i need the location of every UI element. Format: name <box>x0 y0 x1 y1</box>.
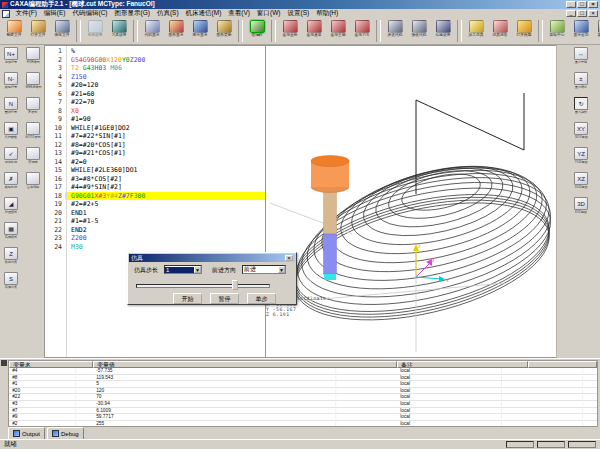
toolbar-receive-code[interactable]: 接收代码 <box>407 18 431 44</box>
edit-code-check[interactable]: ▣代码校验 <box>1 122 21 146</box>
code-line[interactable]: 23Z200 <box>45 234 265 243</box>
code-line[interactable]: 17#4=#9*SIN[#2] <box>45 183 265 192</box>
macro-while-loop[interactable]: WHILE循环 <box>23 72 43 96</box>
menu-item[interactable]: 代码编辑(C) <box>69 9 111 18</box>
chevron-down-icon[interactable]: ▼ <box>278 266 285 273</box>
code-line[interactable]: 8X0 <box>45 107 265 116</box>
close-button[interactable]: × <box>588 1 598 8</box>
edit-renumber-lines[interactable]: N重排行号 <box>1 97 21 121</box>
code-line[interactable]: 5#20=120 <box>45 81 265 90</box>
code-line[interactable]: 4Z150 <box>45 73 265 82</box>
toolbar-hint-view[interactable]: 提示显示 <box>188 18 212 44</box>
toolbar-open-model[interactable]: 打开模型 <box>512 18 536 44</box>
menu-item[interactable]: 文件(F) <box>12 9 40 18</box>
code-line[interactable]: 13#9=#21*COS[#1] <box>45 149 265 158</box>
toolbar-graphic-view[interactable]: 图形显示 <box>164 18 188 44</box>
variable-table[interactable]: 变量名变量值备注#4-57.735local#8119.543local#15l… <box>8 360 598 427</box>
macro-for-loop[interactable]: FOR循环 <box>23 47 43 71</box>
direction-combobox[interactable]: 前进 ▼ <box>242 265 286 274</box>
code-line[interactable]: 22END2 <box>45 226 265 235</box>
toolbar-window-zoom[interactable]: 窗口缩放 <box>593 18 600 44</box>
view-view-zoom[interactable]: ±显示缩放 <box>571 72 591 96</box>
code-line[interactable]: 2G54G90G00X120Y0Z200 <box>45 56 265 65</box>
toolbar-query-spindle[interactable]: 查询主轴 <box>326 18 350 44</box>
menu-item[interactable]: 帮助(H) <box>313 9 342 18</box>
toolbar-machining-simulation[interactable]: 加工仿真 <box>464 18 488 44</box>
code-line[interactable]: 12#8=#20*COS[#1] <box>45 141 265 150</box>
code-line[interactable]: 6#21=60 <box>45 90 265 99</box>
simulation-slider[interactable] <box>136 284 270 288</box>
tab-debug[interactable]: Debug <box>47 427 84 439</box>
mdi-restore-button[interactable]: □ <box>577 10 587 17</box>
dialog-title-bar[interactable]: 仿真 × <box>129 254 295 262</box>
code-line[interactable]: 14#2=0 <box>45 158 265 167</box>
menu-item[interactable]: 图形显示(G) <box>111 9 153 18</box>
table-row[interactable]: #4-57.735local <box>9 368 597 375</box>
step-button[interactable]: 单步 <box>247 293 276 304</box>
menu-item[interactable]: 仿真(S) <box>153 9 182 18</box>
code-line[interactable]: 3T2 G43H03 M06 <box>45 64 265 73</box>
toolbar-graphic-refresh[interactable]: 图形更新 <box>212 18 236 44</box>
code-line[interactable]: 9#1=90 <box>45 115 265 124</box>
edit-add-line-numbers[interactable]: N+添加行号 <box>1 47 21 71</box>
code-line[interactable]: 7#22=70 <box>45 98 265 107</box>
code-line[interactable]: 18G90G01X#3Y#4Z#7F300 <box>45 192 265 201</box>
toolbar-open-file[interactable]: 打开文件 <box>26 18 50 44</box>
edit-solid-mode[interactable]: ▦实体模式 <box>1 222 21 246</box>
edit-compare-mode[interactable]: ◢对照模式 <box>1 197 21 221</box>
macro-goto-statement[interactable]: GOTO语句 <box>23 122 43 146</box>
edit-path-simulation[interactable]: Z轨迹仿真 <box>1 247 21 271</box>
edit-delete-mark[interactable]: ✗删除标记 <box>1 172 21 196</box>
menu-item[interactable]: 查看(V) <box>225 9 254 18</box>
code-line[interactable]: 20END1 <box>45 209 265 218</box>
menu-item[interactable]: 编辑(E) <box>40 9 69 18</box>
toolbar-new-file[interactable]: 新建文件 <box>2 18 26 44</box>
menu-item[interactable]: 机床通信(M) <box>182 9 225 18</box>
simulation-viewport[interactable]: z y x Machine Coordinate: X -40.886 Y -5… <box>266 45 556 358</box>
code-line[interactable]: 11#7=#22*SIN[#1] <box>45 132 265 141</box>
restore-button[interactable]: □ <box>577 1 587 8</box>
macro-macro-call[interactable]: 宏调用 <box>23 147 43 171</box>
toolbar-query-tool-no[interactable]: 查询刀号 <box>350 18 374 44</box>
view-view-xoz[interactable]: XZXOZ视图 <box>571 172 591 196</box>
view-view-rotate[interactable]: ↻显示旋转 <box>571 97 591 121</box>
toolbar-show-all[interactable]: 显示全部 <box>569 18 593 44</box>
code-line[interactable]: 1% <box>45 47 265 56</box>
simulation-dialog[interactable]: 仿真 × 仿真步长 1 ▼ 前进方向 前进 ▼ 开始 暂停 单步 <box>127 252 297 305</box>
toolbar-save-file[interactable]: 保存文件 <box>50 18 74 44</box>
code-editor[interactable]: 1%2G54G90G00X120Y0Z2003T2 G43H03 M064Z15… <box>44 45 266 358</box>
macro-comment-edit[interactable]: 注释编辑 <box>23 172 43 196</box>
edit-delete-line-numbers[interactable]: N-删除行号 <box>1 72 21 96</box>
toolbar-tool-settings[interactable]: 刀具设置 <box>107 18 131 44</box>
toolbar-query-position[interactable]: 查询坐标 <box>278 18 302 44</box>
tab-output[interactable]: Output <box>8 427 45 439</box>
toolbar-query-speed[interactable]: 查询速度 <box>302 18 326 44</box>
macro-if-statement[interactable]: IF语句 <box>23 97 43 121</box>
view-view-xoy[interactable]: XYXOY视图 <box>571 122 591 146</box>
code-line[interactable]: 24M30 <box>45 243 265 252</box>
toolbar-code-view[interactable]: 代码显示 <box>140 18 164 44</box>
menu-item[interactable]: 窗口(W) <box>254 9 284 18</box>
step-combobox[interactable]: 1 ▼ <box>164 265 202 274</box>
menu-item[interactable]: 设置(S) <box>284 9 313 18</box>
view-view-xyz[interactable]: 3DXYZ视图 <box>571 197 591 221</box>
table-row[interactable]: #959.7717local <box>9 414 597 421</box>
code-line[interactable]: 21#1=#1-5 <box>45 217 265 226</box>
edit-solid-simulation[interactable]: S实体仿真 <box>1 272 21 296</box>
pause-button[interactable]: 暂停 <box>210 293 239 304</box>
code-line[interactable]: 15WHILE[#2LE360]DO1 <box>45 166 265 175</box>
toolbar-send-code[interactable]: 发送代码 <box>383 18 407 44</box>
toolbar-transfer-settings[interactable]: 传输设置 <box>431 18 455 44</box>
code-line[interactable]: 19#2=#2+5 <box>45 200 265 209</box>
mdi-close-button[interactable]: × <box>588 10 598 17</box>
slider-thumb[interactable] <box>232 280 238 290</box>
dialog-close-button[interactable]: × <box>285 255 293 261</box>
code-line[interactable]: 10WHILE[#1GE0]DO2 <box>45 124 265 133</box>
table-row[interactable]: #3-30.94local <box>9 401 597 408</box>
minimize-button[interactable]: _ <box>566 1 576 8</box>
edit-add-mark[interactable]: ✓添加标记 <box>1 147 21 171</box>
view-view-pan[interactable]: ↔显示平移 <box>571 47 591 71</box>
view-view-yoz[interactable]: YZYOZ视图 <box>571 147 591 171</box>
toolbar-system-settings[interactable]: 系统设置 <box>83 18 107 44</box>
mdi-minimize-button[interactable]: _ <box>566 10 576 17</box>
